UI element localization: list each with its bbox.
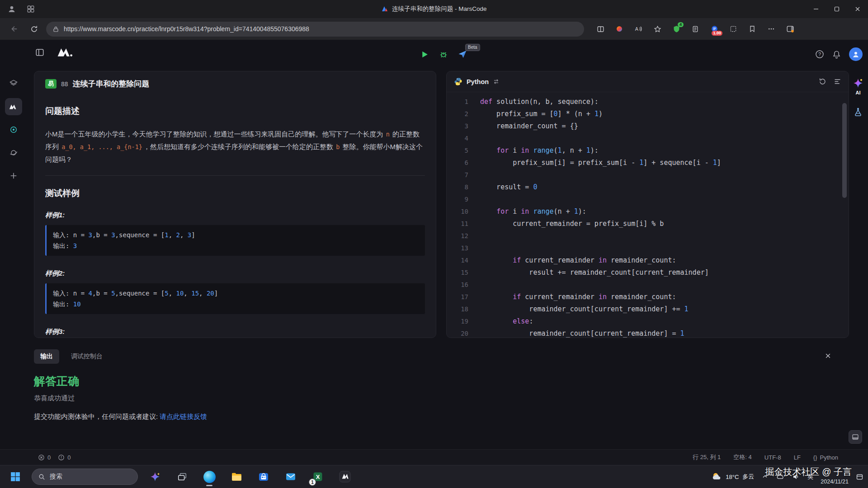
lab-button[interactable] (853, 107, 863, 117)
code-line[interactable]: 1def solution(n, b, sequence): (447, 96, 849, 108)
editor-scrollbar[interactable] (842, 103, 847, 198)
feedback-link[interactable]: 请点此链接反馈 (160, 413, 207, 420)
tab-debug-console[interactable]: 调试控制台 (71, 352, 103, 361)
taskbar-edge[interactable] (199, 467, 219, 487)
collections-button[interactable] (744, 21, 760, 37)
split-screen-button[interactable] (592, 21, 609, 37)
notification-center-icon[interactable] (856, 473, 863, 481)
line-number: 19 (447, 315, 468, 328)
add-project-button[interactable] (5, 167, 22, 184)
tab-output[interactable]: 输出 (34, 349, 59, 364)
code-editor[interactable]: 1def solution(n, b, sequence):2 prefix_s… (447, 93, 849, 338)
taskbar-task-view[interactable] (172, 467, 192, 487)
feedback-text: 提交功能内测体验中，任何问题或者建议: (34, 413, 160, 420)
taskbar-search[interactable]: 搜索 (32, 469, 138, 485)
taskbar-marscode[interactable] (335, 467, 355, 487)
run-button[interactable] (420, 50, 429, 59)
adguard-button[interactable]: 4 (668, 21, 684, 37)
code-line[interactable]: 17 if current_remainder in remainder_cou… (447, 291, 849, 303)
maximize-icon (834, 6, 840, 12)
code-line[interactable]: 3 remainder_count = {} (447, 120, 849, 132)
code-line[interactable]: 20 remainder_count[current_remainder] = … (447, 328, 849, 338)
line-number: 8 (447, 181, 468, 193)
line-number: 9 (447, 193, 468, 206)
code-line[interactable]: 4 (447, 132, 849, 145)
split-screen-icon (597, 25, 604, 33)
sidebar-item-explore[interactable] (5, 121, 22, 138)
price-tracker-button[interactable]: 1.00 (706, 21, 722, 37)
eol-setting[interactable]: LF (794, 454, 801, 461)
result-subtitle: 恭喜成功通过 (34, 394, 849, 403)
code-line[interactable]: 9 (447, 193, 849, 206)
notes-button[interactable] (687, 21, 703, 37)
file-explorer-icon (231, 471, 242, 483)
workspaces-icon[interactable] (24, 3, 37, 15)
minimize-button[interactable] (806, 0, 826, 18)
code-line[interactable]: 19 else: (447, 315, 849, 328)
ai-assistant-button[interactable]: AI (853, 78, 863, 95)
toggle-panel-button[interactable] (849, 430, 862, 444)
code-line[interactable]: 13 (447, 242, 849, 254)
close-button[interactable] (847, 0, 868, 18)
code-line[interactable]: 12 (447, 230, 849, 242)
code-line[interactable]: 8 result = 0 (447, 181, 849, 193)
more-menu-button[interactable] (763, 21, 779, 37)
encoding[interactable]: UTF-8 (764, 454, 781, 461)
code-line[interactable]: 18 remainder_count[current_remainder] +=… (447, 303, 849, 315)
browser-profile-icon[interactable] (5, 3, 18, 15)
notification-button[interactable] (832, 50, 841, 59)
code-line[interactable]: 16 (447, 279, 849, 291)
bell-icon (832, 50, 841, 59)
output-panel: 输出 调试控制台 解答正确 恭喜成功通过 提交功能内测体验中，任何问题或者建议:… (34, 342, 849, 446)
cursor-position[interactable]: 行 25, 列 1 (693, 453, 721, 461)
reset-code-button[interactable] (819, 78, 826, 85)
maximize-button[interactable] (826, 0, 847, 18)
capture-button[interactable] (725, 21, 741, 37)
address-bar[interactable]: https://www.marscode.cn/practice/lnrp0r1… (46, 22, 584, 37)
weather-temp: 18°C (726, 474, 739, 480)
submit-button[interactable]: Beta (458, 50, 467, 59)
sidebar-item-practice[interactable] (5, 98, 22, 115)
code-line[interactable]: 6 prefix_sum[i] = prefix_sum[i - 1] + se… (447, 157, 849, 169)
code-line[interactable]: 10 for i in range(n + 1): (447, 206, 849, 218)
language-mode[interactable]: {} Python (813, 454, 838, 461)
extension-button[interactable] (611, 21, 627, 37)
read-aloud-button[interactable]: A (630, 21, 646, 37)
close-panel-icon (825, 353, 831, 359)
problem-id: 88 (61, 80, 68, 88)
code-line[interactable]: 14 if current_remainder in remainder_cou… (447, 254, 849, 267)
format-code-button[interactable] (834, 78, 841, 85)
sidebar-item-community[interactable] (5, 144, 22, 161)
problem-title: 连续子串和的整除问题 (73, 79, 150, 89)
code-line[interactable]: 2 prefix_sum = [0] * (n + 1) (447, 108, 849, 120)
start-button[interactable] (6, 467, 24, 487)
taskbar-file-explorer[interactable] (226, 467, 246, 487)
help-button[interactable]: ? (815, 50, 824, 59)
collapse-sidebar-button[interactable] (35, 48, 44, 57)
mail-icon (285, 471, 296, 482)
taskbar-copilot[interactable] (145, 467, 165, 487)
taskbar-excel[interactable]: X 1 (308, 467, 328, 487)
taskbar-weather[interactable]: 18°C 多云 (711, 471, 754, 482)
line-number: 2 (447, 108, 468, 120)
favorite-star-button[interactable] (649, 21, 665, 37)
debug-button[interactable] (439, 50, 448, 59)
refresh-button[interactable] (26, 21, 42, 37)
taskbar-date: 2024/11/21 (821, 479, 849, 485)
user-avatar[interactable] (849, 47, 863, 61)
problems-status[interactable]: 0 0 (38, 454, 75, 461)
copilot-sidebar-button[interactable] (782, 21, 798, 37)
indent-setting[interactable]: 空格: 4 (733, 453, 751, 461)
taskbar-store[interactable] (254, 467, 274, 487)
close-output-button[interactable] (822, 350, 833, 361)
sidebar-item-courses[interactable] (5, 75, 22, 92)
code-line[interactable]: 15 result += remainder_count[current_rem… (447, 267, 849, 279)
switch-language-button[interactable] (493, 78, 500, 85)
code-line[interactable]: 7 (447, 169, 849, 181)
code-line[interactable]: 11 current_remainder = prefix_sum[i] % b (447, 218, 849, 230)
back-button[interactable] (6, 21, 22, 37)
code-line[interactable]: 5 for i in range(1, n + 1): (447, 145, 849, 157)
back-arrow-icon (10, 25, 18, 33)
taskbar-mail[interactable] (281, 467, 301, 487)
windows-taskbar: 搜索 X 1 18°C 多云 (0, 465, 868, 488)
